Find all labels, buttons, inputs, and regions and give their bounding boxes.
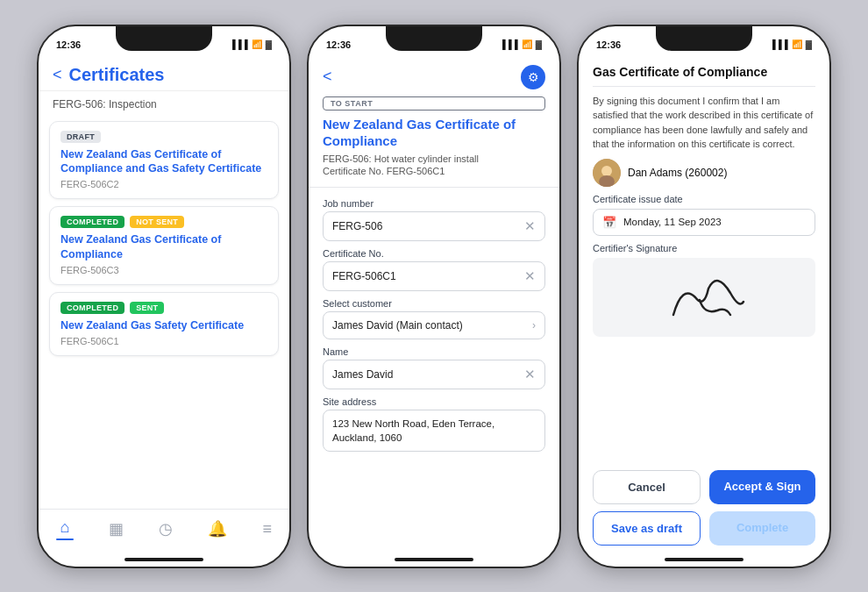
job-number-clear[interactable]: ✕ [524,218,536,234]
cert-card-3[interactable]: COMPLETED SENT New Zealand Gas Safety Ce… [49,292,279,356]
nav-clock[interactable]: ◷ [152,517,180,540]
date-input[interactable]: 📅 Monday, 11 Sep 2023 [593,209,815,236]
battery-icon-3: ▓ [806,39,812,49]
signing-buttons: Cancel Accept & Sign Save as draft Compl… [579,470,829,546]
svg-point-1 [601,166,612,176]
bottom-bar-3 [579,546,829,567]
nav-menu[interactable]: ≡ [255,518,279,540]
phone-1: 12:36 ▐▐▐ 📶 ▓ < Certificates FERG-506: I… [37,25,291,568]
status-icons-3: ▐▐▐ 📶 ▓ [769,39,812,49]
user-name: Dan Adams (260002) [628,167,727,179]
wifi-icon-3: 📶 [792,39,802,49]
nav-bell[interactable]: 🔔 [201,517,234,540]
nav-active-indicator [56,539,74,540]
name-label: Name [323,346,545,357]
battery-icon-1: ▓ [266,39,272,49]
signing-description: By signing this document I confirm that … [593,94,815,152]
home-icon: ⌂ [60,518,70,537]
name-input[interactable]: James David ✕ [323,360,545,389]
not-sent-badge-2: NOT SENT [130,216,184,228]
customer-label: Select customer [323,298,545,309]
job-number-input[interactable]: FERG-506 ✕ [323,211,545,241]
cancel-button[interactable]: Cancel [593,470,701,504]
job-number-label: Job number [323,198,545,209]
name-value: James David [332,368,393,381]
phone1-nav: < Certificates [39,58,289,91]
time-1: 12:36 [56,39,81,50]
signature-box[interactable] [593,258,815,337]
cert-form-title: New Zealand Gas Certificate of Complianc… [309,116,559,150]
complete-button[interactable]: Complete [709,511,815,546]
wifi-icon-1: 📶 [252,39,262,49]
cert-no-clear[interactable]: ✕ [524,268,536,284]
gear-button[interactable]: ⚙ [521,65,545,89]
name-clear[interactable]: ✕ [524,367,536,382]
nav-calendar[interactable]: ▦ [102,517,131,540]
phone2-content: < ⚙ TO START New Zealand Gas Certificate… [309,58,559,546]
certificate-list: DRAFT New Zealand Gas Certificate of Com… [39,118,289,509]
job-number-value: FERG-506 [332,220,382,232]
cert-title-2: New Zealand Gas Certificate of Complianc… [60,232,267,262]
field-cert-no: Certificate No. FERG-506C1 ✕ [323,248,545,291]
cert-card-1[interactable]: DRAFT New Zealand Gas Certificate of Com… [49,121,279,200]
page-subtitle-1: FERG-506: Inspection [39,91,289,118]
wifi-icon-2: 📶 [522,39,532,49]
user-row: Dan Adams (260002) [593,159,815,187]
cert-title-3: New Zealand Gas Safety Certificate [60,318,267,333]
clock-icon: ◷ [159,519,173,539]
field-site-address: Site address 123 New North Road, Eden Te… [323,396,545,452]
phone3-content: Gas Certificate of Compliance By signing… [579,58,829,546]
site-address-input[interactable]: 123 New North Road, Eden Terrace, Auckla… [323,410,545,452]
home-indicator-3 [665,558,743,561]
back-button-1[interactable]: < [53,66,62,84]
divider-2 [309,187,559,188]
cert-card-2[interactable]: COMPLETED NOT SENT New Zealand Gas Certi… [49,206,279,285]
notch-2 [386,26,482,51]
notch-3 [656,26,752,51]
cert-form-no: Certificate No. FERG-506C1 [309,166,559,183]
cert-no-input[interactable]: FERG-506C1 ✕ [323,261,545,291]
field-customer: Select customer James David (Main contac… [323,298,545,339]
time-3: 12:36 [596,39,621,50]
site-address-label: Site address [323,396,545,407]
notch-1 [116,26,212,51]
cert-form-desc: FERG-506: Hot water cylinder install [309,153,559,166]
field-name: Name James David ✕ [323,346,545,389]
primary-buttons-row: Cancel Accept & Sign [593,470,815,504]
bottom-bar-1 [39,546,289,567]
bell-icon: 🔔 [208,519,227,539]
customer-select[interactable]: James David (Main contact) › [323,311,545,339]
avatar [593,159,621,187]
signing-title: Gas Certificate of Compliance [593,65,815,87]
signature-group: Certifier's Signature [593,243,815,337]
cert-badge-row-2: COMPLETED NOT SENT [60,216,267,228]
customer-value: James David (Main contact) [332,319,463,332]
nav-home[interactable]: ⌂ [49,517,81,542]
signing-content: Gas Certificate of Compliance By signing… [579,58,829,470]
save-draft-button[interactable]: Save as draft [593,511,701,546]
date-value: Monday, 11 Sep 2023 [623,217,722,227]
sent-badge-3: SENT [130,302,164,314]
back-button-2[interactable]: < [323,68,332,86]
accept-sign-button[interactable]: Accept & Sign [709,470,815,504]
status-icons-2: ▐▐▐ 📶 ▓ [499,39,542,49]
cert-id-3: FERG-506C1 [60,336,267,346]
menu-icon: ≡ [262,520,272,539]
calendar-icon-3: 📅 [602,216,616,229]
signal-icon-1: ▐▐▐ [229,39,247,49]
date-field-group: Certificate issue date 📅 Monday, 11 Sep … [593,194,815,236]
time-2: 12:36 [326,39,351,50]
cert-title-1: New Zealand Gas Certificate of Complianc… [60,147,267,177]
avatar-image [593,159,621,187]
phone-2: 12:36 ▐▐▐ 📶 ▓ < ⚙ TO START New Zealand G… [307,25,561,568]
date-label: Certificate issue date [593,194,815,204]
home-indicator-2 [395,558,473,561]
bottom-nav: ⌂ ▦ ◷ 🔔 ≡ [39,509,289,546]
cert-badge-row-3: COMPLETED SENT [60,302,267,314]
secondary-buttons-row: Save as draft Complete [593,511,815,546]
cert-no-label: Certificate No. [323,248,545,259]
signature-svg [647,267,761,328]
gear-icon: ⚙ [528,70,539,84]
field-job-number: Job number FERG-506 ✕ [323,198,545,241]
draft-badge: DRAFT [60,131,101,143]
